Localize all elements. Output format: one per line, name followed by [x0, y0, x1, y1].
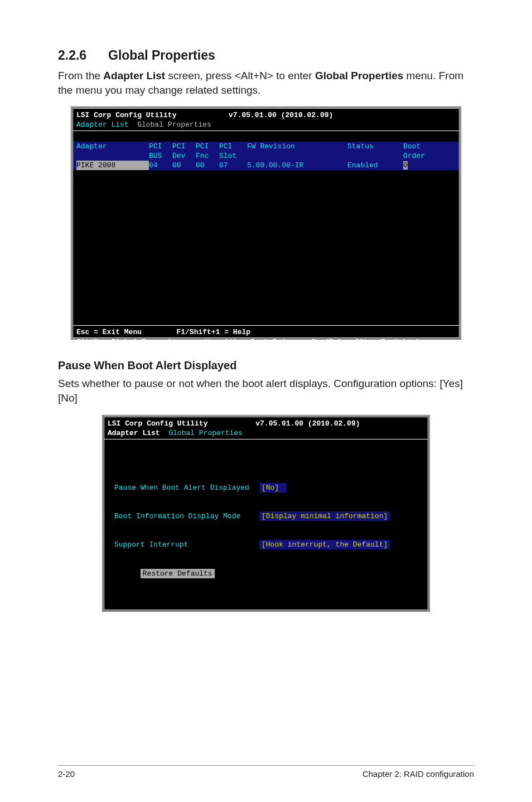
setting-row: Support Interrupt [Hook interrupt, the D… [114, 540, 418, 549]
column-headers-row2: BUSDevFncSlotOrder [73, 151, 459, 161]
term-title-left: LSI Corp Config Utility [108, 419, 207, 428]
bios-screenshot-global-properties: LSI Corp Config Utility v7.05.01.00 (201… [103, 416, 429, 611]
term-titlebar: LSI Corp Config Utility v7.05.01.00 (201… [73, 109, 459, 131]
col-dev: Dev [172, 151, 196, 161]
col-boot: Boot [403, 142, 442, 151]
setting-label: Pause When Boot Alert Displayed [114, 483, 259, 492]
setting-value: [Display minimal information] [259, 511, 390, 521]
section-number: 2.2.6 [58, 48, 108, 63]
col-slot: Slot [219, 151, 247, 161]
term-title-left: LSI Corp Config Utility [76, 111, 176, 119]
col-pci: PCI [196, 142, 219, 151]
boot-order: 0 [403, 161, 408, 170]
term-body: AdapterPCIPCIPCIPCIFW RevisionStatusBoot… [73, 131, 459, 325]
column-headers-row1: AdapterPCIPCIPCIPCIFW RevisionStatusBoot [73, 142, 459, 151]
term-body: Pause When Boot Alert Displayed [No] Boo… [104, 439, 428, 619]
page-footer: 2-20 Chapter 2: RAID configuration [58, 765, 474, 779]
term-title-right: v7.05.01.00 (2010.02.09) [255, 419, 360, 428]
text: screen, press <Alt+N> to enter [165, 70, 315, 81]
setting-value: [Hook interrupt, the Default] [259, 540, 390, 549]
breadcrumb-1: Adapter List [76, 120, 129, 129]
setting-label: Support Interrupt [114, 540, 259, 549]
pause-heading: Pause When Boot Alert Displayed [58, 359, 474, 372]
breadcrumb-2: Global Properties [168, 429, 243, 437]
col-bus: BUS [149, 151, 172, 161]
adapter-name: PIKE 2008 [76, 161, 149, 170]
pause-text: Sets whether to pause or not when the bo… [58, 376, 474, 405]
footer-line-2: Alt+N = Adapter List -/+ = Change Item [108, 631, 277, 640]
pci-dev: 00 [172, 161, 196, 170]
col-status: Status [347, 142, 403, 151]
col-order: Order [403, 151, 442, 161]
setting-label: Boot Information Display Mode [114, 511, 259, 521]
pci-bus: 04 [149, 161, 172, 170]
col-adapter: Adapter [76, 142, 149, 151]
text-bold: Global Properties [315, 70, 403, 81]
bios-screenshot-adapter-list: LSI Corp Config Utility v7.05.01.00 (201… [71, 107, 461, 339]
col-pci: PCI [219, 142, 247, 151]
section-heading: Global Properties [108, 48, 215, 63]
footer-line-2: Alt+N = Global Properties -/+ = Alter Bo… [76, 337, 420, 346]
text: From the [58, 70, 103, 81]
page-number: 2-20 [58, 769, 75, 779]
footer-line-1: Esc = Exit Menu F1/Shift+1 = Help [76, 328, 250, 336]
setting-row: Boot Information Display Mode [Display m… [114, 511, 418, 521]
section-title: 2.2.6 Global Properties [58, 48, 474, 63]
term-footer: Esc = Exit Menu F1/Shift+1 = Help Alt+N … [73, 325, 459, 349]
pci-slot: 07 [219, 161, 247, 170]
col-fw: FW Revision [247, 142, 347, 151]
pci-fnc: 00 [196, 161, 219, 170]
term-titlebar: LSI Corp Config Utility v7.05.01.00 (201… [104, 417, 428, 439]
col-pci: PCI [149, 142, 172, 151]
col-fnc: Fnc [196, 151, 219, 161]
status: Enabled [347, 161, 403, 170]
fw-revision: 5.00.00.00-IR [247, 161, 347, 170]
restore-defaults-button: Restore Defaults [141, 569, 215, 578]
text-bold: Adapter List [103, 70, 165, 81]
breadcrumb-2: Global Properties [137, 120, 211, 129]
term-footer: Esc = Exit Menu F1/Shift+1 = Help Alt+N … [104, 619, 428, 642]
adapter-row: PIKE 2008040000075.00.00.00-IREnabled0 [73, 161, 459, 170]
term-title-right: v7.05.01.00 (2010.02.09) [229, 111, 333, 119]
chapter-label: Chapter 2: RAID configuration [362, 769, 474, 779]
setting-value: [No] [259, 483, 286, 492]
breadcrumb-1: Adapter List [108, 429, 160, 437]
setting-row: Pause When Boot Alert Displayed [No] [114, 483, 418, 492]
col-pci: PCI [172, 142, 196, 151]
footer-line-1: Esc = Exit Menu F1/Shift+1 = Help [108, 622, 277, 630]
intro-paragraph: From the Adapter List screen, press <Alt… [58, 69, 474, 97]
